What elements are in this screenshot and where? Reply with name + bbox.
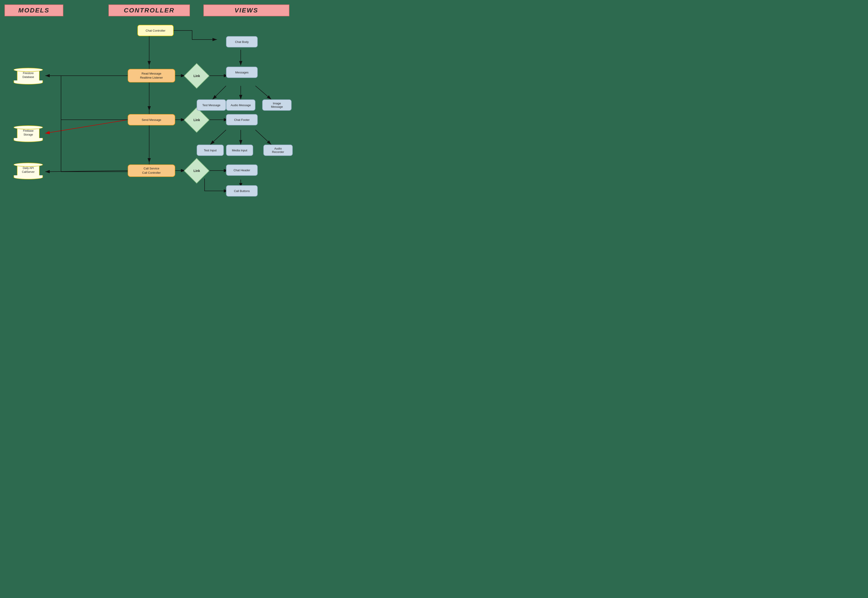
models-header: MODELS <box>4 4 63 16</box>
svg-line-7 <box>213 86 226 99</box>
call-buttons: Call Buttons <box>226 185 258 197</box>
audio-recorder: Audio Recorder <box>263 145 293 156</box>
chat-controller: Chat Controller <box>138 25 174 36</box>
firestore-database: Firestore Database <box>13 68 43 85</box>
test-message: Test Message <box>197 99 226 111</box>
send-message: Send Message <box>128 114 175 126</box>
read-message: Read Message Realtime Listener <box>128 69 175 82</box>
svg-line-14 <box>210 130 226 145</box>
svg-line-21 <box>45 170 128 172</box>
media-input: Media Input <box>226 145 253 156</box>
svg-line-9 <box>256 86 271 99</box>
link2-diamond: Link <box>184 107 209 133</box>
link3-diamond: Link <box>184 158 209 184</box>
diagram: MODELS CONTROLLER VIEWS <box>0 0 298 194</box>
messages: Messages <box>226 67 258 78</box>
chat-footer: Chat Footer <box>226 114 258 126</box>
link1-diamond: Link <box>184 63 209 88</box>
audio-message: Audio Message <box>226 99 256 111</box>
call-service: Call Service Call Controller <box>128 164 175 177</box>
chat-header: Chat Header <box>226 164 258 176</box>
controller-header: CONTROLLER <box>109 4 190 16</box>
chat-body: Chat Body <box>226 36 258 48</box>
test-input: Test Input <box>197 145 224 156</box>
svg-line-16 <box>256 130 271 145</box>
svg-line-13 <box>45 120 128 133</box>
image-message: Image Message <box>262 99 292 111</box>
firebase-storage: Firebase Storage <box>13 126 43 142</box>
views-header: VIEWS <box>204 4 289 16</box>
daily-api-callserver: Daily API CallServer <box>13 163 43 179</box>
